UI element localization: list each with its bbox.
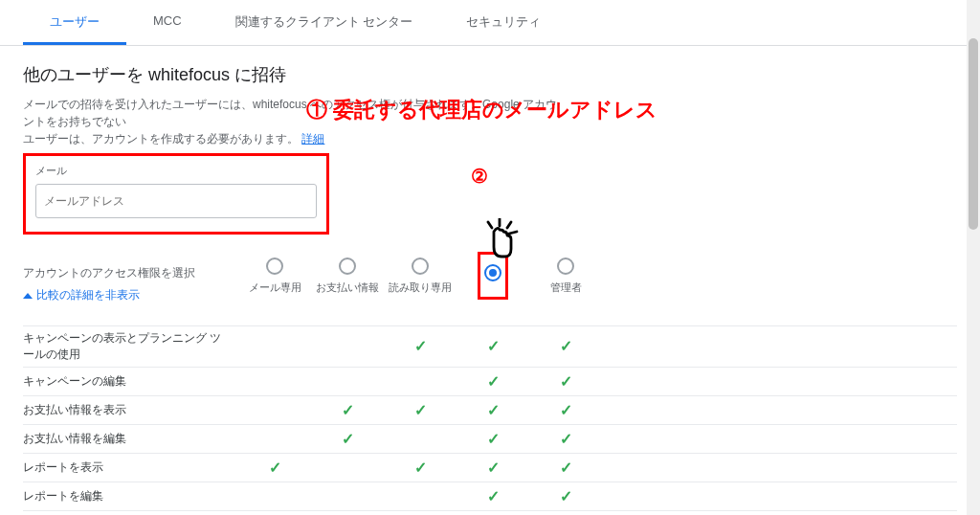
empty-cell (238, 337, 311, 355)
check-icon: ✓ (529, 372, 602, 391)
check-icon: ✓ (529, 430, 602, 448)
perm-cells: ✓✓ (238, 372, 602, 391)
empty-cell (238, 372, 311, 391)
check-icon: ✓ (384, 337, 457, 355)
tab-security[interactable]: セキュリティ (439, 0, 568, 45)
empty-cell (384, 487, 457, 505)
empty-cell (238, 487, 311, 505)
perm-cells: ✓✓ (238, 487, 602, 505)
radio-col-readonly[interactable]: 読み取り専用 (384, 252, 457, 316)
check-icon: ✓ (529, 487, 602, 505)
empty-cell (311, 372, 384, 391)
email-label: メール (35, 164, 317, 178)
radio-readonly[interactable] (412, 258, 429, 275)
tab-users[interactable]: ユーザー (23, 0, 126, 45)
radio-email-only[interactable] (266, 258, 283, 275)
radio-label-billing: お支払い情報 (311, 280, 384, 295)
check-icon: ✓ (457, 372, 529, 391)
annotation-2: ② (471, 165, 488, 188)
check-icon: ✓ (311, 401, 384, 419)
empty-cell (238, 430, 311, 448)
chevron-up-icon (23, 293, 33, 299)
scrollbar-thumb[interactable] (969, 38, 978, 230)
table-row: キャンペーンの表示とプランニング ツールの使用✓✓✓ (23, 325, 957, 367)
empty-cell (311, 337, 384, 355)
email-section: メール (23, 153, 329, 235)
radio-admin[interactable] (557, 258, 574, 275)
tab-mcc[interactable]: MCC (126, 0, 209, 45)
perm-cells: ✓✓✓ (238, 337, 602, 355)
access-level-radios: メール専用 お支払い情報 読み取り専用 標準 管理者 (238, 252, 602, 316)
table-row: お支払い情報を編集✓✓✓ (23, 424, 957, 453)
perm-cells: ✓✓✓ (238, 430, 602, 448)
access-select-label: アカウントのアクセス権限を選択 比較の詳細を非表示 (23, 252, 238, 303)
annotation-box-2 (478, 252, 508, 300)
permissions-table: キャンペーンの表示とプランニング ツールの使用✓✓✓キャンペーンの編集✓✓お支払… (23, 325, 957, 515)
check-icon: ✓ (457, 401, 529, 419)
radio-col-billing[interactable]: お支払い情報 (311, 252, 384, 316)
check-icon: ✓ (457, 430, 529, 448)
tabs-bar: ユーザー MCC 関連するクライアント センター セキュリティ (0, 0, 980, 46)
empty-cell (384, 372, 457, 391)
radio-standard[interactable] (484, 264, 501, 281)
table-row: レポートを編集✓✓ (23, 481, 957, 510)
check-icon: ✓ (384, 459, 457, 477)
table-row: キャンペーンの編集✓✓ (23, 367, 957, 395)
check-icon: ✓ (238, 459, 311, 477)
perm-cells: ✓✓✓✓ (238, 459, 602, 477)
check-icon: ✓ (457, 459, 529, 477)
perm-label: レポートを編集 (23, 488, 238, 504)
perm-label: キャンペーンの編集 (23, 373, 238, 390)
radio-billing[interactable] (339, 258, 356, 275)
radio-col-email-only[interactable]: メール専用 (238, 252, 311, 316)
empty-cell (311, 487, 384, 505)
check-icon: ✓ (529, 337, 602, 355)
annotation-1: ① 委託する代理店のメールアドレス (306, 96, 657, 124)
empty-cell (384, 430, 457, 448)
hide-details-link[interactable]: 比較の詳細を非表示 (23, 287, 238, 303)
radio-col-standard[interactable]: 標準 (457, 252, 529, 316)
radio-label-readonly: 読み取り専用 (384, 280, 457, 295)
hide-details-text: 比較の詳細を非表示 (36, 287, 140, 303)
radio-label-admin: 管理者 (529, 280, 602, 295)
radio-label-email-only: メール専用 (238, 280, 311, 295)
check-icon: ✓ (529, 459, 602, 477)
tab-related-clients[interactable]: 関連するクライアント センター (209, 0, 440, 45)
email-field[interactable] (35, 184, 317, 218)
access-select-row: アカウントのアクセス権限を選択 比較の詳細を非表示 メール専用 お支払い情報 読… (23, 252, 957, 316)
access-select-text: アカウントのアクセス権限を選択 (23, 266, 195, 280)
empty-cell (311, 459, 384, 477)
scrollbar[interactable] (967, 0, 980, 515)
description-line2: ユーザーは、アカウントを作成する必要があります。 (23, 132, 299, 146)
page-title: 他のユーザーを whitefocus に招待 (23, 63, 957, 86)
perm-label: お支払い情報を編集 (23, 431, 238, 447)
table-row: ユーザー、管理者、サービス間のリンク設定を表示✓✓✓ (23, 510, 957, 515)
empty-cell (238, 401, 311, 419)
check-icon: ✓ (311, 430, 384, 448)
table-row: レポートを表示✓✓✓✓ (23, 453, 957, 481)
check-icon: ✓ (457, 487, 529, 505)
details-link[interactable]: 詳細 (301, 132, 324, 146)
perm-label: お支払い情報を表示 (23, 402, 238, 418)
perm-cells: ✓✓✓✓ (238, 401, 602, 419)
table-row: お支払い情報を表示✓✓✓✓ (23, 395, 957, 424)
perm-label: キャンペーンの表示とプランニング ツールの使用 (23, 330, 238, 363)
check-icon: ✓ (384, 401, 457, 419)
check-icon: ✓ (529, 401, 602, 419)
check-icon: ✓ (457, 337, 529, 355)
perm-label: レポートを表示 (23, 459, 238, 476)
radio-col-admin[interactable]: 管理者 (529, 252, 602, 316)
